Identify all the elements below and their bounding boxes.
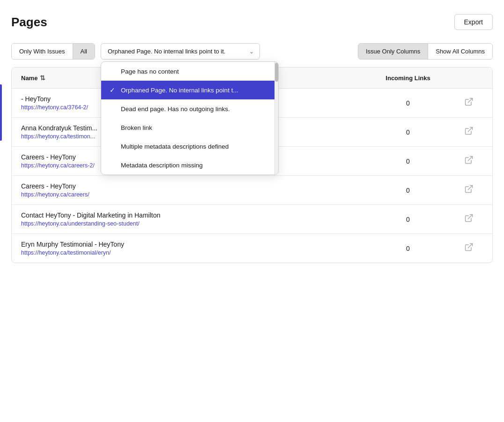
external-link-icon[interactable] <box>464 126 474 138</box>
svg-line-3 <box>468 186 472 190</box>
external-link-icon[interactable] <box>464 242 474 254</box>
cell-incoming-links: 0 <box>361 128 455 136</box>
issue-type-dropdown-wrapper: Orphaned Page. No internal links point t… <box>101 43 260 60</box>
svg-line-1 <box>468 128 472 132</box>
th-incoming-links: Incoming Links <box>361 75 455 82</box>
cell-name: Eryn Murphy Testimonial - HeyTony https:… <box>21 241 361 256</box>
sort-icon: ⇅ <box>40 74 45 82</box>
issues-filter-group: Only With Issues All <box>11 43 95 60</box>
show-all-columns-button[interactable]: Show All Columns <box>428 44 492 59</box>
cell-external-link[interactable] <box>455 184 483 196</box>
dropdown-scroll-container: ✓ Page has no content ✓ Orphaned Page. N… <box>101 62 278 174</box>
row-title: Eryn Murphy Testimonial - HeyTony <box>21 241 361 248</box>
dropdown-item-label: Broken link <box>121 124 152 131</box>
cell-incoming-links: 0 <box>361 216 455 223</box>
filter-left: Only With Issues All Orphaned Page. No i… <box>11 43 266 60</box>
external-link-icon[interactable] <box>464 155 474 167</box>
dropdown-item-label: Multiple metadata descriptions defined <box>121 143 229 150</box>
issue-only-columns-button[interactable]: Issue Only Columns <box>358 44 428 59</box>
cell-external-link[interactable] <box>455 126 483 138</box>
table-row: Contact HeyTony - Digital Marketing in H… <box>12 205 492 234</box>
columns-filter-group: Issue Only Columns Show All Columns <box>358 43 493 60</box>
dropdown-item-metadata-missing[interactable]: ✓ Metadata description missing <box>101 156 274 174</box>
filter-right: Issue Only Columns Show All Columns <box>358 43 493 60</box>
cell-incoming-links: 0 <box>361 99 455 107</box>
dropdown-item-multiple-metadata[interactable]: ✓ Multiple metadata descriptions defined <box>101 137 274 156</box>
dropdown-item-no-content[interactable]: ✓ Page has no content <box>101 62 274 81</box>
dropdown-item-label: Dead end page. Has no outgoing links. <box>121 106 230 113</box>
row-url[interactable]: https://heytony.ca/understanding-seo-stu… <box>21 220 361 227</box>
svg-line-2 <box>468 157 472 161</box>
row-url[interactable]: https://heytony.ca/testimonial/eryn/ <box>21 249 361 256</box>
dropdown-item-dead-end[interactable]: ✓ Dead end page. Has no outgoing links. <box>101 99 274 118</box>
dropdown-item-broken-link[interactable]: ✓ Broken link <box>101 118 274 137</box>
dropdown-item-label: Metadata description missing <box>121 162 203 169</box>
row-url[interactable]: https://heytony.ca/careers/ <box>21 191 361 198</box>
cell-name: Careers - HeyTony https://heytony.ca/car… <box>21 182 361 198</box>
cell-incoming-links: 0 <box>361 158 455 165</box>
check-icon: ✓ <box>109 86 116 94</box>
scroll-track[interactable] <box>274 62 278 174</box>
page-header: Pages Export <box>11 14 493 30</box>
all-button[interactable]: All <box>73 44 95 59</box>
external-link-icon[interactable] <box>464 97 474 109</box>
cell-incoming-links: 0 <box>361 187 455 194</box>
cell-external-link[interactable] <box>455 155 483 167</box>
dropdown-item-label: Page has no content <box>121 68 179 75</box>
issue-type-dropdown-menu: ✓ Page has no content ✓ Orphaned Page. N… <box>101 61 279 175</box>
table-row: Eryn Murphy Testimonial - HeyTony https:… <box>12 234 492 263</box>
th-name-sort[interactable]: Name ⇅ <box>21 74 45 82</box>
external-link-icon[interactable] <box>464 184 474 196</box>
svg-line-5 <box>468 244 472 248</box>
dropdown-items-list: ✓ Page has no content ✓ Orphaned Page. N… <box>101 62 274 174</box>
svg-line-0 <box>468 98 472 103</box>
scroll-thumb[interactable] <box>275 63 278 82</box>
only-with-issues-button[interactable]: Only With Issues <box>12 44 73 59</box>
table-row: Careers - HeyTony https://heytony.ca/car… <box>12 176 492 205</box>
page-title: Pages <box>11 15 47 30</box>
cell-external-link[interactable] <box>455 97 483 109</box>
cell-external-link[interactable] <box>455 242 483 254</box>
cell-incoming-links: 0 <box>361 245 455 252</box>
external-link-icon[interactable] <box>464 213 474 225</box>
filter-bar: Only With Issues All Orphaned Page. No i… <box>11 43 493 60</box>
row-title: Contact HeyTony - Digital Marketing in H… <box>21 211 361 219</box>
dropdown-selected-text: Orphaned Page. No internal links point t… <box>108 48 225 55</box>
export-button[interactable]: Export <box>454 14 493 30</box>
dropdown-chevron-icon: ⌄ <box>249 48 254 55</box>
svg-line-4 <box>468 215 472 219</box>
dropdown-item-label: Orphaned Page. No internal links point t… <box>121 87 238 94</box>
dropdown-item-orphaned[interactable]: ✓ Orphaned Page. No internal links point… <box>101 81 274 99</box>
cell-name: Contact HeyTony - Digital Marketing in H… <box>21 211 361 227</box>
row-title: Careers - HeyTony <box>21 182 361 190</box>
left-accent-bar <box>0 84 2 141</box>
issue-type-dropdown-trigger[interactable]: Orphaned Page. No internal links point t… <box>101 43 260 60</box>
cell-external-link[interactable] <box>455 213 483 225</box>
